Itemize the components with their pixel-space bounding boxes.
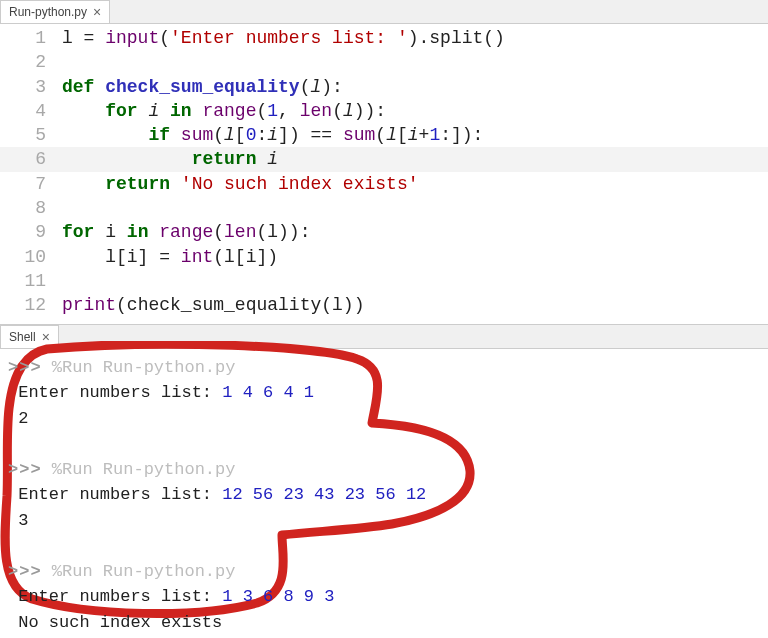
shell-tab[interactable]: Shell × (0, 325, 59, 348)
code-content: if sum(l[0:i]) == sum(l[i+1:]): (62, 123, 483, 147)
code-editor[interactable]: 1l = input('Enter numbers list: ').split… (0, 24, 768, 318)
editor-tab-bar: Run-python.py × (0, 0, 768, 24)
code-content: print(check_sum_equality(l)) (62, 293, 364, 317)
shell-input-label: Enter numbers list: (18, 485, 222, 504)
shell-run-cmd: %Run Run-python.py (52, 562, 236, 581)
editor-tab[interactable]: Run-python.py × (0, 0, 110, 23)
shell-prompt: >>> (8, 460, 42, 479)
shell-prompt: >>> (8, 562, 42, 581)
line-number: 3 (0, 75, 62, 99)
line-number: 4 (0, 99, 62, 123)
tab-filename: Run-python.py (9, 5, 87, 19)
close-icon[interactable]: × (93, 4, 101, 20)
shell-user-input: 12 56 23 43 23 56 12 (222, 485, 426, 504)
shell-tab-bar: Shell × (0, 325, 768, 349)
line-number: 10 (0, 245, 62, 269)
shell-user-input: 1 3 6 8 9 3 (222, 587, 334, 606)
shell-pane: Shell × >>> %Run Run-python.py Enter num… (0, 324, 768, 638)
shell-input-label: Enter numbers list: (18, 587, 222, 606)
code-content (62, 269, 73, 293)
shell-prompt: >>> (8, 358, 42, 377)
shell-output[interactable]: >>> %Run Run-python.py Enter numbers lis… (0, 349, 768, 638)
shell-run-cmd: %Run Run-python.py (52, 358, 236, 377)
line-number: 6 (0, 147, 62, 171)
code-content (62, 50, 73, 74)
shell-run-cmd: %Run Run-python.py (52, 460, 236, 479)
code-content: l[i] = int(l[i]) (62, 245, 278, 269)
code-content: for i in range(1, len(l)): (62, 99, 386, 123)
code-content: return 'No such index exists' (62, 172, 418, 196)
code-content (62, 196, 73, 220)
shell-tab-label: Shell (9, 330, 36, 344)
shell-result: 3 (18, 511, 28, 530)
shell-result: 2 (18, 409, 28, 428)
code-content: l = input('Enter numbers list: ').split(… (62, 26, 505, 50)
line-number: 5 (0, 123, 62, 147)
shell-user-input: 1 4 6 4 1 (222, 383, 314, 402)
code-content: return i (62, 147, 278, 171)
line-number: 2 (0, 50, 62, 74)
close-icon[interactable]: × (42, 329, 50, 345)
code-content: for i in range(len(l)): (62, 220, 310, 244)
shell-result: No such index exists (18, 613, 222, 632)
line-number: 8 (0, 196, 62, 220)
line-number: 11 (0, 269, 62, 293)
line-number: 12 (0, 293, 62, 317)
line-number: 7 (0, 172, 62, 196)
code-content: def check_sum_equality(l): (62, 75, 343, 99)
shell-input-label: Enter numbers list: (18, 383, 222, 402)
line-number: 9 (0, 220, 62, 244)
line-number: 1 (0, 26, 62, 50)
